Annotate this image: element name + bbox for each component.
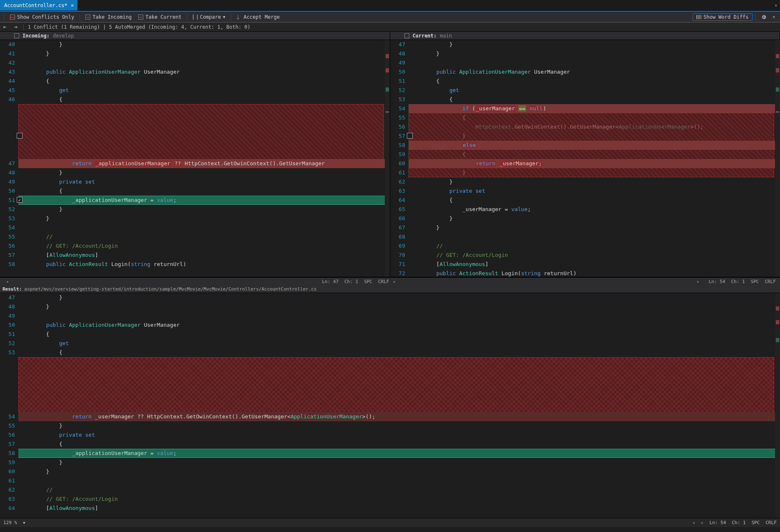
conflicts-icon — [10, 15, 15, 20]
result-gutter: 474849505152535455565758596061626364 — [0, 293, 18, 518]
status-bar: 129 % ▼ ◂ ▸ Ln: 54 Ch: 1 SPC CRLF — [0, 518, 780, 527]
gear-icon — [761, 14, 767, 20]
incoming-minimap[interactable] — [385, 40, 390, 277]
current-gutter: 4748495051525354555657585960616263646566… — [390, 40, 409, 277]
file-tab[interactable]: AccountController.cs* × — [0, 0, 77, 10]
take-current-icon — [138, 15, 143, 20]
scroll-left-icon-2[interactable]: ◂ — [389, 279, 399, 284]
show-conflicts-button[interactable]: Show Conflicts Only — [7, 13, 77, 21]
status-ch: Ch: 1 — [732, 520, 746, 525]
incoming-eol: CRLF — [378, 279, 389, 284]
take-current-button[interactable]: Take Current — [135, 13, 184, 21]
tab-overflow-icon[interactable]: ▾ — [772, 0, 780, 10]
word-diff-icon — [696, 15, 701, 19]
close-icon[interactable]: × — [71, 2, 74, 8]
hscroll-left-icon[interactable]: ◂ — [693, 520, 695, 525]
scroll-right-icon[interactable]: ▸ — [693, 279, 703, 284]
incoming-conflict-checkbox[interactable] — [17, 133, 22, 139]
current-select-all-checkbox[interactable] — [404, 33, 409, 38]
zoom-chevron-icon[interactable]: ▼ — [23, 521, 25, 525]
incoming-ln: Ln: 47 — [322, 279, 339, 284]
current-branch: main — [440, 33, 452, 39]
compare-button[interactable]: Compare ▼ — [190, 13, 228, 21]
tab-title: AccountController.cs* — [4, 2, 67, 8]
current-pane[interactable]: 4748495051525354555657585960616263646566… — [390, 40, 780, 277]
incoming-ws: SPC — [364, 279, 372, 284]
accept-merge-button[interactable]: ᛦ Accept Merge — [234, 13, 283, 21]
status-ws: SPC — [752, 520, 760, 525]
incoming-pane[interactable]: 40414243444546474849505152535455565758 }… — [0, 40, 390, 277]
conflict-nav: ⇤ ⇥ 1 Conflict (1 Remaining) | 5 AutoMer… — [0, 22, 780, 32]
conflict-summary: 1 Conflict (1 Remaining) | 5 AutoMerged … — [28, 24, 251, 30]
result-minimap[interactable] — [775, 293, 780, 518]
current-conflict-checkbox[interactable] — [407, 133, 413, 139]
incoming-gutter: 40414243444546474849505152535455565758 — [0, 40, 18, 277]
settings-button[interactable] — [758, 13, 770, 21]
toolbar-overflow-icon[interactable]: ▼ — [770, 15, 778, 19]
incoming-branch: develop — [53, 33, 74, 39]
compare-icon — [193, 15, 198, 20]
pane-headers: Incoming: develop Current: main — [0, 32, 780, 40]
take-incoming-icon — [85, 15, 90, 20]
scroll-left-icon[interactable]: ◂ — [2, 279, 12, 284]
next-conflict-button[interactable]: ⇥ — [12, 24, 19, 30]
incoming-select-all-checkbox[interactable] — [14, 33, 19, 38]
incoming-automerge-checkbox[interactable]: ✓ — [17, 197, 22, 203]
show-word-diffs-button[interactable]: Show Word Diffs — [693, 13, 752, 21]
current-ch: Ch: 1 — [731, 279, 745, 284]
take-incoming-button[interactable]: Take Incoming — [82, 13, 135, 21]
incoming-code[interactable]: } } public ApplicationUserManager UserMa… — [18, 40, 385, 277]
current-code[interactable]: } } public ApplicationUserManager UserMa… — [409, 40, 775, 277]
status-ln: Ln: 54 — [710, 520, 726, 525]
hscroll-right-icon[interactable]: ▸ — [701, 520, 704, 525]
current-ws: SPC — [751, 279, 759, 284]
top-panes-status: ◂ Ln: 47 Ch: 1 SPC CRLF ◂ ▸ Ln: 54 Ch: 1… — [0, 277, 780, 286]
result-header: Result: aspnet/mvc/overview/getting-star… — [0, 286, 780, 293]
result-label: Result: — [2, 286, 22, 292]
current-ln: Ln: 54 — [709, 279, 725, 284]
incoming-ch: Ch: 1 — [344, 279, 358, 284]
result-code[interactable]: } } public ApplicationUserManager UserMa… — [18, 293, 775, 518]
current-label: Current: — [413, 33, 437, 39]
incoming-label: Incoming: — [22, 33, 50, 39]
chevron-down-icon: ▼ — [223, 15, 225, 19]
merge-icon: ᛦ — [237, 15, 242, 20]
result-path: aspnet/mvc/overview/getting-started/intr… — [24, 286, 316, 292]
tab-strip: AccountController.cs* × ▾ — [0, 0, 780, 11]
zoom-level[interactable]: 129 % — [3, 520, 17, 525]
merge-toolbar: Show Conflicts Only Take Incoming Take C… — [0, 11, 780, 22]
result-pane[interactable]: 474849505152535455565758596061626364 } }… — [0, 293, 780, 518]
current-eol: CRLF — [765, 279, 776, 284]
prev-conflict-button[interactable]: ⇤ — [2, 24, 8, 30]
status-eol: CRLF — [766, 520, 777, 525]
current-minimap[interactable] — [775, 40, 780, 277]
